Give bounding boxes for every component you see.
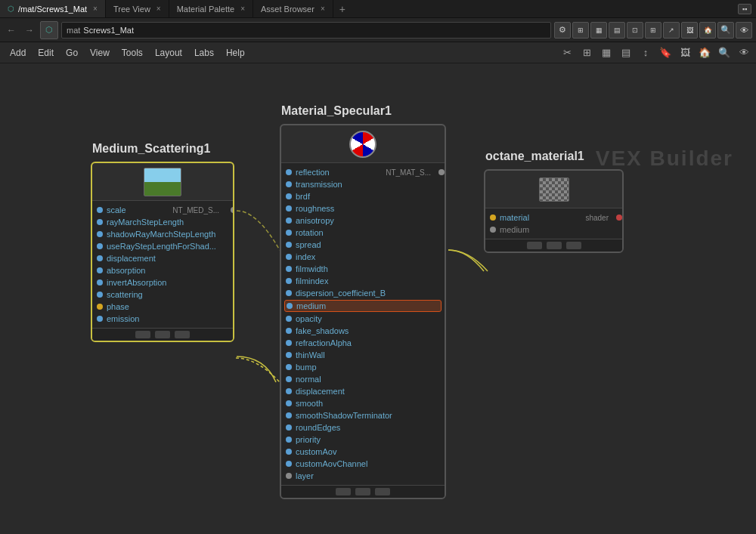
nav-back-button[interactable]: ← [4,23,19,38]
menu-add[interactable]: Add [4,46,32,60]
menu-help[interactable]: Help [220,46,251,60]
footer-btn-1[interactable] [135,331,150,338]
window-icon-btn[interactable]: ▪▪ [738,4,751,14]
octane-footer-btn-2[interactable] [547,242,562,249]
tab-mat-label: /mat/Screws1_Mat [18,5,87,14]
port-dot-scale [97,207,103,213]
toolbar-bar: ← → ⬡ mat Screws1_Mat ⚙ ⊞ ▦ ▤ ⊡ ⊞ ↗ 🖼 🏠 … [0,18,756,42]
menu-right-btn-search[interactable]: 🔍 [716,45,733,61]
node-medium-scattering[interactable]: Medium_Scattering1 scale NT_MED_S... ray… [91,162,234,342]
nav-forward-button[interactable]: → [22,23,37,38]
port-label-fake-shadows: fake_shadows [296,326,349,335]
node-specular-footer [281,485,445,498]
tab-mat-close[interactable]: × [93,5,98,13]
toolbar-eye-btn[interactable]: 👁 [736,22,752,39]
toolbar-btn-2[interactable]: ⊞ [572,22,589,39]
toolbar-btn-8[interactable]: 🖼 [681,22,698,39]
port-medium-absorption: absorption [92,264,233,276]
port-dot-octane-medium [490,227,496,233]
node-medium-body: scale NT_MED_S... rayMarchStepLength sha… [92,163,233,341]
specular-footer-btn-3[interactable] [375,488,390,495]
menu-right-btn-1[interactable]: ✂ [559,45,575,61]
menu-right-btn-2[interactable]: ⊞ [578,45,595,61]
menu-right-actions: ✂ ⊞ ▦ ▤ ↕ 🔖 🖼 🏠 🔍 👁 [559,45,752,61]
port-label-reflection: reflection [296,168,330,177]
menu-right-btn-8[interactable]: 🏠 [696,45,713,61]
octane-footer-btn-1[interactable] [527,242,542,249]
port-dot-displacement [97,255,103,261]
menu-layout[interactable]: Layout [149,46,188,60]
menu-right-btn-5[interactable]: ↕ [637,45,654,61]
port-octane-material: material shader [485,211,622,224]
toolbar-search-btn[interactable]: 🔍 [717,22,734,39]
octane-footer-btn-3[interactable] [566,242,581,249]
port-label-medium: medium [296,301,326,310]
toolbar-btn-6[interactable]: ⊞ [645,22,662,39]
toolbar-btn-4[interactable]: ▤ [609,22,625,39]
footer-btn-2[interactable] [155,331,170,338]
menu-edit[interactable]: Edit [32,46,60,60]
node-material-specular[interactable]: Material_Specular1 reflection NT_MAT_S..… [280,124,446,499]
port-dot-anisotropy [286,218,292,224]
specular-footer-btn-2[interactable] [355,488,370,495]
port-specular-priority: priority [281,434,445,446]
port-specular-dispersion: dispersion_coefficient_B [281,287,445,299]
port-label-scattering: scattering [107,290,143,299]
menu-right-btn-4[interactable]: ▤ [618,45,634,61]
tab-tree-view[interactable]: Tree View × [106,0,169,17]
port-dot-reflection [286,169,292,175]
port-specular-filmindex: filmindex [281,275,445,287]
path-mat-label: mat [67,26,80,35]
menu-view[interactable]: View [84,46,116,60]
port-label-opacity: opacity [296,314,322,323]
tab-material-palette[interactable]: Material Palette × [169,0,253,17]
tab-asset-browser[interactable]: Asset Browser × [253,0,333,17]
port-label-emission: emission [107,314,139,323]
tab-material-close[interactable]: × [240,5,245,13]
port-label-layer: layer [296,471,314,480]
port-dot-spread [286,242,292,248]
port-label-phase: phase [107,302,129,311]
port-label-filmwidth: filmwidth [296,264,328,273]
path-bar[interactable]: mat Screws1_Mat [61,22,551,39]
tab-mat-screws[interactable]: ⬡ /mat/Screws1_Mat × [0,0,106,17]
node-medium-footer [92,328,233,341]
specular-footer-btn-1[interactable] [336,488,351,495]
menu-go[interactable]: Go [60,46,84,60]
port-dot-transmission [286,181,292,187]
toolbar-btn-5[interactable]: ⊡ [627,22,643,39]
tab-add-button[interactable]: + [333,3,352,15]
node-octane-title: octane_material1 [485,150,584,163]
port-dot-fake-shadows [286,328,292,334]
node-octane-material[interactable]: octane_material1 material shader medium [484,169,624,253]
tab-bar: ⬡ /mat/Screws1_Mat × Tree View × Materia… [0,0,756,18]
menu-labs[interactable]: Labs [188,46,220,60]
port-dot-emission [97,316,103,322]
toolbar-btn-7[interactable]: ↗ [663,22,680,39]
tab-tree-close[interactable]: × [156,5,161,13]
tab-asset-close[interactable]: × [321,5,325,13]
port-specular-displace2: displacement [281,385,445,397]
toolbar-btn-9[interactable]: 🏠 [699,22,716,39]
port-specular-shadowterm: smoothShadowTerminator [281,409,445,421]
node-specular-body: reflection NT_MAT_S... transmission brdf… [281,125,445,498]
menu-right-btn-eye[interactable]: 👁 [736,45,752,61]
port-specular-refraction-alpha: refractionAlpha [281,337,445,349]
port-dot-brdf [286,193,292,199]
toolbar-btn-1[interactable]: ⚙ [554,22,571,39]
menu-right-btn-3[interactable]: ▦ [598,45,615,61]
node-octane-body: material shader medium [485,171,622,252]
port-dot-reflection-right [438,169,445,175]
port-label-invertabs: invertAbsorption [107,278,167,287]
port-label-transmission: transmission [296,180,342,189]
port-dot-opacity [286,316,292,322]
port-label-anisotropy: anisotropy [296,216,334,225]
menu-tools[interactable]: Tools [116,46,149,60]
port-nt-reflection: NT_MAT_S... [386,168,440,177]
menu-right-btn-7[interactable]: 🖼 [677,45,693,61]
footer-btn-3[interactable] [175,331,190,338]
port-dot-scattering [97,292,103,298]
toolbar-btn-3[interactable]: ▦ [590,22,607,39]
menu-right-btn-6[interactable]: 🔖 [657,45,674,61]
node-specular-ports: reflection NT_MAT_S... transmission brdf… [281,163,445,485]
